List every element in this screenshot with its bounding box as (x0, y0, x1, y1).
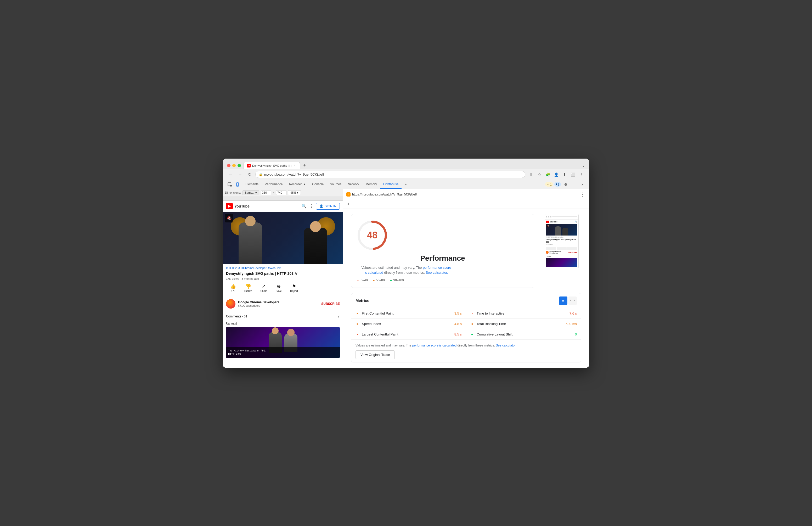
traffic-lights (227, 164, 241, 167)
legend-fail-label: 0–49 (361, 279, 368, 282)
info-badge[interactable]: ℹ 1 (554, 182, 561, 187)
bookmark-button[interactable]: ☆ (536, 171, 543, 178)
tab-chevron[interactable]: ⌄ (582, 164, 585, 168)
browser-tab[interactable]: YT Demystifyingish SVG paths | H × (244, 162, 300, 169)
footer-score-link[interactable]: performance score is calculated (412, 344, 456, 347)
dimensions-label: Dimensions: (225, 191, 241, 194)
yt-tags: #HTTP203 #ChromeDeveloper #WebDev (226, 266, 340, 270)
metrics-grid-view-button[interactable]: ⋮⋮ (568, 297, 577, 305)
footer-calc-link[interactable]: See calculator. (496, 344, 517, 347)
device-selector[interactable]: Sams... ▾ (243, 190, 259, 195)
tag-2[interactable]: #ChromeDeveloper (242, 266, 266, 270)
youtube-viewport: ▶ YouTube 🔍 ⋮ 👤 SIGN IN (223, 201, 343, 368)
metrics-list-view-button[interactable]: ≡ (559, 297, 567, 305)
warning-badge[interactable]: ⚠ 1 (545, 182, 553, 187)
legend-fail-icon: ▲ (357, 279, 360, 282)
dislike-button[interactable]: 👎 Dislike (240, 282, 256, 294)
width-input[interactable] (261, 190, 271, 195)
yt-actions: 👍 870 👎 Dislike ↗ Share ⊕ (226, 282, 340, 294)
ss-video-bg (546, 224, 577, 236)
save-icon: ⊕ (277, 283, 281, 289)
ss-yt-logo: ▶ (546, 221, 549, 223)
mute-icon[interactable]: 🔇 (225, 214, 233, 223)
tab-network[interactable]: Network (345, 180, 362, 189)
tab-performance[interactable]: Performance (262, 180, 286, 189)
channel-avatar[interactable] (226, 299, 235, 309)
tbt-label: Total Blocking Time (477, 322, 563, 326)
lcp-value: 8.5 s (454, 332, 462, 336)
zoom-selector[interactable]: 95% ▾ (288, 190, 301, 195)
comments-section[interactable]: Comments · 61 ∨ (226, 313, 340, 320)
device-toggle-button[interactable] (234, 181, 241, 188)
next-video-text: The History Navigation API. HTTP 203 (228, 349, 338, 356)
tab-console[interactable]: Console (309, 180, 327, 189)
more-tabs-button[interactable]: » (402, 180, 410, 189)
add-panel-button[interactable]: + (345, 201, 352, 208)
metric-fcp: ■ First Contentful Paint 3.5 s (351, 308, 466, 319)
devtools-close-button[interactable]: × (579, 181, 586, 188)
ss-actions (546, 247, 577, 250)
ss-channel: Google Chrome Developers SUBSCRIBE (546, 251, 577, 254)
tab-close-button[interactable]: × (293, 164, 296, 168)
more-button[interactable]: ⋮ (578, 171, 585, 178)
info-count: 1 (558, 183, 559, 186)
ss-yt-title: Demystifyingish SVG paths | HTTP 203 › (546, 238, 577, 243)
lock-icon: 🔒 (259, 173, 263, 176)
cast-button[interactable]: ⬜ (569, 171, 577, 178)
share-button[interactable]: ↗ Share (256, 282, 272, 294)
extensions-button[interactable]: 🧩 (544, 171, 551, 178)
zoom-value: 95% (290, 191, 296, 194)
legend-pass-label: 90–100 (393, 279, 404, 282)
forward-button[interactable]: → (236, 171, 244, 178)
grid-view-icon: ⋮⋮ (568, 298, 577, 303)
lighthouse-top-section: 48 Performance Values are estimated and … (351, 214, 581, 288)
inspect-element-button[interactable] (226, 181, 233, 188)
profile-button[interactable]: 👤 (552, 171, 560, 178)
tag-1[interactable]: #HTTP203 (226, 266, 240, 270)
like-count: 870 (231, 290, 235, 293)
dimensions-more-button[interactable]: ⋮ (337, 190, 341, 195)
maximize-button[interactable] (237, 164, 241, 167)
tti-indicator: ▲ (471, 312, 474, 315)
next-video-line2: HTTP 203 (228, 353, 338, 356)
yt-more-icon[interactable]: ⋮ (309, 203, 314, 209)
next-video-thumbnail[interactable]: The History Navigation API. HTTP 203 (226, 327, 340, 358)
minimize-button[interactable] (232, 164, 236, 167)
tab-memory[interactable]: Memory (362, 180, 380, 189)
tag-3[interactable]: #WebDev (268, 266, 281, 270)
yt-signin-button[interactable]: 👤 SIGN IN (316, 203, 340, 210)
tab-title: Demystifyingish SVG paths | H (252, 164, 291, 167)
yt-video-thumbnail[interactable]: 🔇 (223, 212, 343, 264)
view-trace-button[interactable]: View Original Trace (356, 351, 395, 359)
lighthouse-more-button[interactable]: ⋮ (579, 190, 586, 198)
like-button[interactable]: 👍 870 (226, 282, 240, 294)
download-button[interactable]: ⬇ (561, 171, 568, 178)
close-button[interactable] (227, 164, 231, 167)
devtools-more-button[interactable]: ⋮ (570, 181, 578, 188)
yt-search-icon[interactable]: 🔍 (301, 203, 307, 209)
see-calculator-link[interactable]: See calculator. (426, 271, 448, 274)
height-input[interactable] (276, 190, 287, 195)
save-button[interactable]: ⊕ Save (272, 282, 286, 294)
back-button[interactable]: ← (227, 171, 234, 178)
refresh-button[interactable]: ↻ (246, 171, 253, 178)
dimension-separator: × (273, 191, 274, 194)
devtools-right-actions: ⚠ 1 ℹ 1 ⚙ ⋮ × (544, 181, 587, 188)
tab-recorder[interactable]: Recorder ▲ (286, 180, 309, 189)
tab-elements[interactable]: Elements (242, 180, 262, 189)
url-main: m.youtube.com/watch?v=9qen5CKjUe8 (264, 172, 324, 176)
person-right-head (310, 221, 321, 232)
new-tab-button[interactable]: + (301, 162, 308, 169)
screenshot-image: ▶ YouTube 🔍 🔇 (545, 214, 579, 268)
share-button[interactable]: ⬆ (527, 171, 535, 178)
ss-subscribe: SUBSCRIBE (568, 252, 577, 253)
address-bar[interactable]: 🔒 m.youtube.com/watch?v=9qen5CKjUe8 (255, 171, 525, 178)
report-button[interactable]: ⚑ Report (286, 282, 302, 294)
tab-sources[interactable]: Sources (327, 180, 345, 189)
metrics-section: Metrics ≡ ⋮⋮ (351, 293, 581, 362)
subscribe-button[interactable]: SUBSCRIBE (321, 302, 340, 305)
legend-average-label: 50–89 (376, 279, 385, 282)
devtools-settings-button[interactable]: ⚙ (562, 181, 569, 188)
tab-lighthouse[interactable]: Lighthouse (380, 180, 402, 189)
title-expand-icon[interactable]: ∨ (294, 271, 298, 276)
